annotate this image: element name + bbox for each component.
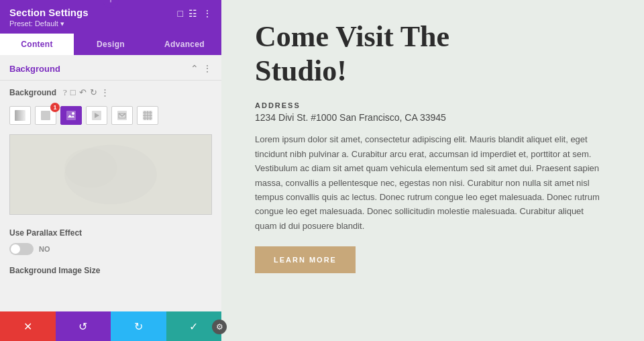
toggle-label: NO	[39, 245, 50, 253]
cursor-icon[interactable]: ↶	[79, 87, 87, 98]
bg-color-btn[interactable]: 1	[35, 106, 56, 125]
bg-type-row: 1	[0, 102, 221, 130]
reset-icon[interactable]: ↻	[90, 87, 97, 98]
bg-email-btn[interactable]	[111, 106, 133, 125]
svg-rect-0	[15, 110, 25, 121]
svg-rect-1	[41, 111, 50, 120]
background-label: Background	[9, 88, 56, 97]
tab-advanced[interactable]: Advanced	[148, 34, 221, 55]
title-line2: Studio!	[255, 54, 347, 87]
panel-header-icons: □ ☷ ⋮	[178, 8, 212, 19]
tab-design[interactable]: Design	[74, 34, 148, 55]
background-preview	[9, 134, 212, 215]
section-header-icons: ⌃ ⋮	[191, 63, 212, 75]
undo-icon: ↺	[78, 320, 87, 333]
badge: 1	[50, 103, 60, 112]
address-value: 1234 Divi St. #1000 San Francisco, CA 33…	[255, 112, 610, 123]
title-line1: Come Visit The	[255, 20, 449, 53]
svg-point-3	[72, 112, 74, 115]
cancel-button[interactable]: ✕	[0, 311, 56, 341]
action-bar: ✕ ↺ ↻ ✓	[0, 311, 221, 341]
parallax-label: Use Parallax Effect	[9, 228, 212, 238]
redo-button[interactable]: ↻	[111, 311, 166, 341]
toggle-row: NO	[9, 243, 212, 255]
background-section-header: Background ⌃ ⋮	[0, 55, 221, 81]
grid-icon[interactable]: ☷	[189, 8, 197, 19]
bg-gradient-btn[interactable]	[9, 106, 31, 125]
background-icons: ? □ ↶ ↻ ⋮	[63, 87, 109, 98]
confirm-icon: ✓	[189, 320, 198, 333]
toggle-knob	[11, 244, 20, 254]
background-section-title: Background	[9, 64, 60, 74]
more-options-icon[interactable]: ⋮	[203, 8, 212, 19]
body-text: Lorem ipsum dolor sit amet, consectetur …	[255, 132, 604, 233]
visibility-icon[interactable]: □	[178, 9, 183, 19]
cancel-icon: ✕	[23, 320, 32, 333]
section-more-icon[interactable]: ⋮	[203, 63, 212, 75]
collapse-icon[interactable]: ⌃	[191, 63, 199, 75]
help-icon[interactable]: ?	[63, 87, 67, 98]
learn-more-button[interactable]: LEARN MORE	[255, 246, 356, 273]
settings-panel: + Section Settings Preset: Default ▾ □ ☷…	[0, 0, 221, 341]
bg-pattern-btn[interactable]	[137, 106, 158, 125]
address-label: ADDRESS	[255, 101, 610, 109]
panel-body: Background ⌃ ⋮ Background ? □ ↶ ↻ ⋮	[0, 55, 221, 341]
panel-title: Section Settings	[9, 7, 89, 18]
panel-tabs: Content Design Advanced	[0, 34, 221, 55]
main-content: Come Visit The Studio! ADDRESS 1234 Divi…	[221, 0, 644, 341]
redo-icon: ↻	[134, 320, 143, 333]
bg-image-size-label: Background Image Size	[0, 260, 221, 278]
parallax-section: Use Parallax Effect NO	[0, 219, 221, 260]
background-row: Background ? □ ↶ ↻ ⋮	[0, 81, 221, 102]
svg-point-16	[64, 148, 117, 188]
tab-content[interactable]: Content	[0, 34, 74, 55]
bg-video-btn[interactable]	[86, 106, 107, 125]
bg-more-icon[interactable]: ⋮	[101, 87, 109, 98]
gear-badge[interactable]: ⚙	[212, 320, 227, 334]
svg-rect-2	[66, 111, 76, 120]
parallax-toggle[interactable]	[9, 243, 34, 255]
panel-preset[interactable]: Preset: Default ▾	[9, 19, 89, 28]
copy-icon[interactable]: □	[70, 87, 76, 98]
undo-button[interactable]: ↺	[56, 311, 111, 341]
page-title: Come Visit The Studio!	[255, 20, 610, 88]
bg-image-btn[interactable]	[60, 106, 82, 125]
